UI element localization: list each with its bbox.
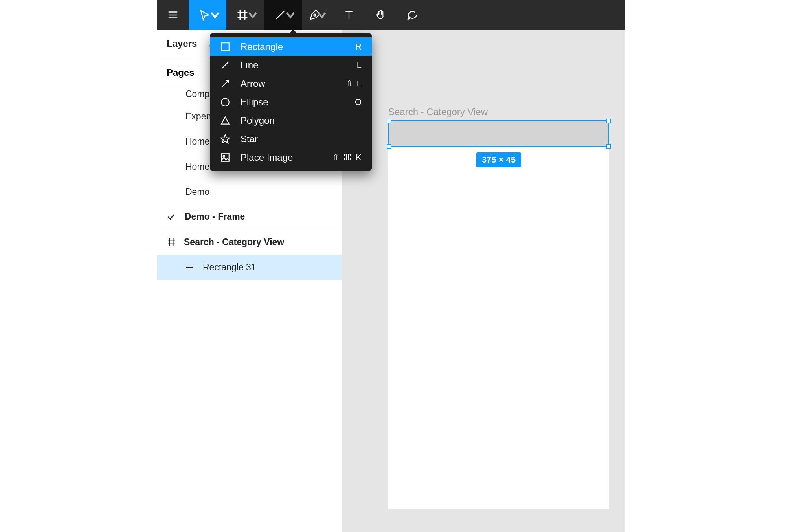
- menu-item-shortcut: ⇧ L: [346, 79, 362, 89]
- svg-line-7: [276, 11, 284, 19]
- line-icon: [219, 60, 231, 70]
- app-container: Layers A Pages Comp… Expen… Home Home De…: [157, 0, 625, 532]
- tab-layers[interactable]: Layers: [167, 38, 197, 49]
- selected-rectangle[interactable]: 375 × 45: [388, 120, 609, 147]
- menu-item-shortcut: R: [355, 42, 362, 52]
- menu-item-label: Arrow: [241, 78, 336, 89]
- text-tool-button[interactable]: [333, 0, 365, 30]
- canvas[interactable]: Search - Category View 375 × 45: [342, 30, 625, 532]
- star-icon: [219, 134, 231, 144]
- menu-item-label: Polygon: [241, 115, 353, 126]
- svg-line-16: [222, 62, 228, 68]
- shape-tool-button[interactable]: [264, 0, 302, 30]
- move-tool-button[interactable]: [189, 0, 226, 30]
- menu-item-place-image[interactable]: Place Image ⇧ ⌘ K: [210, 148, 372, 167]
- frame-layer-row[interactable]: Search - Category View: [157, 229, 342, 255]
- resize-handle-br[interactable]: [606, 144, 611, 149]
- menu-item-line[interactable]: Line L: [210, 56, 372, 74]
- menu-item-label: Line: [241, 60, 347, 71]
- check-icon: [167, 213, 176, 221]
- image-icon: [219, 152, 231, 163]
- frame-icon: [167, 238, 176, 246]
- pen-tool-button[interactable]: [302, 0, 333, 30]
- page-item-current[interactable]: Demo - Frame: [157, 204, 342, 229]
- menu-item-arrow[interactable]: Arrow ⇧ L: [210, 74, 372, 93]
- comment-tool-button[interactable]: [396, 0, 428, 30]
- ellipse-icon: [219, 97, 231, 107]
- svg-rect-19: [221, 154, 229, 161]
- menu-item-star[interactable]: Star: [210, 130, 372, 148]
- resize-handle-bl[interactable]: [387, 144, 391, 149]
- frame-tool-button[interactable]: [226, 0, 264, 30]
- resize-handle-tr[interactable]: [606, 119, 611, 123]
- page-item-label: Demo - Frame: [185, 211, 245, 222]
- canvas-frame[interactable]: 375 × 45: [388, 120, 609, 509]
- svg-point-8: [314, 14, 316, 16]
- hand-tool-button[interactable]: [365, 0, 396, 30]
- dimensions-badge: 375 × 45: [476, 152, 521, 167]
- menu-item-shortcut: L: [357, 60, 362, 70]
- menu-item-polygon[interactable]: Polygon: [210, 111, 372, 130]
- svg-line-17: [222, 80, 228, 87]
- rectangle-layer-icon: [186, 267, 193, 268]
- page-item[interactable]: Demo: [157, 179, 342, 204]
- shape-tool-dropdown: Rectangle R Line L Arrow ⇧ L Ellipse O P…: [210, 33, 372, 171]
- frame-layer-label: Search - Category View: [184, 237, 284, 248]
- rectangle-icon: [219, 42, 231, 52]
- menu-item-ellipse[interactable]: Ellipse O: [210, 93, 372, 111]
- svg-rect-15: [221, 43, 229, 51]
- arrow-icon: [219, 79, 231, 89]
- menu-item-label: Rectangle: [241, 41, 346, 52]
- menu-item-shortcut: ⇧ ⌘ K: [332, 152, 362, 163]
- menu-item-label: Place Image: [241, 152, 323, 163]
- selected-layer-row[interactable]: Rectangle 31: [157, 255, 342, 280]
- menu-item-shortcut: O: [355, 97, 362, 107]
- selected-layer-label: Rectangle 31: [203, 262, 256, 273]
- menu-item-rectangle[interactable]: Rectangle R: [210, 37, 372, 56]
- resize-handle-tl[interactable]: [387, 119, 391, 123]
- menu-item-label: Ellipse: [241, 97, 345, 108]
- canvas-frame-label[interactable]: Search - Category View: [388, 106, 488, 117]
- toolbar: [157, 0, 625, 30]
- svg-point-20: [223, 155, 225, 157]
- polygon-icon: [219, 116, 231, 126]
- svg-point-18: [221, 98, 229, 106]
- menu-button[interactable]: [157, 0, 189, 30]
- menu-item-label: Star: [241, 134, 353, 145]
